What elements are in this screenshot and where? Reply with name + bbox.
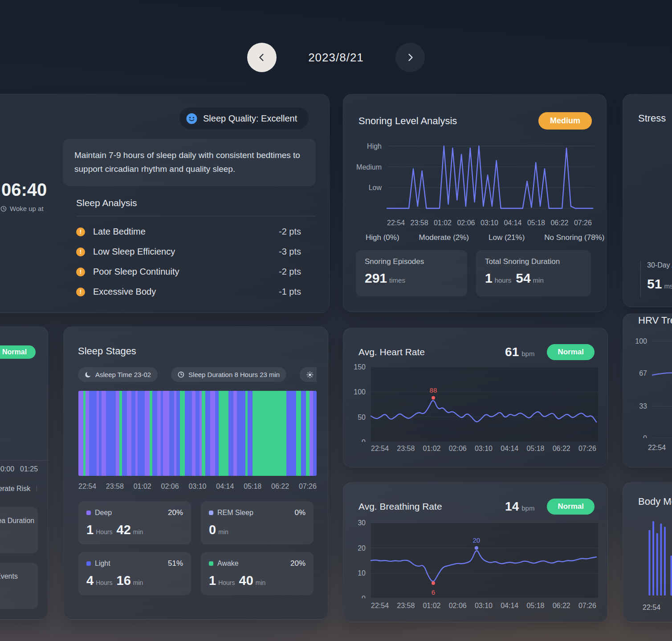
prev-date-button[interactable]	[247, 43, 277, 72]
stage-label: Light	[95, 560, 164, 568]
stage-min-unit: min	[256, 579, 266, 586]
tick-label: 06:22	[553, 602, 570, 610]
sleep-stages-bars	[78, 391, 317, 476]
stage-min-unit: min	[133, 528, 143, 536]
chevron-left-icon	[257, 53, 267, 62]
tick-label: 03:10	[188, 483, 206, 491]
stress-period-label: 30-Day Avg	[647, 261, 672, 269]
stat-value-hours: 1	[485, 271, 493, 286]
apnea-events-label: Events	[0, 572, 18, 580]
analysis-item-points: -1 pts	[279, 287, 301, 297]
moon-icon	[85, 371, 91, 378]
tick-label: 06:22	[271, 483, 289, 491]
breathing-rate-value: 14 bpm	[505, 499, 534, 514]
tick-label: 04:14	[216, 483, 234, 491]
tick-label: 01:02	[434, 219, 452, 227]
warning-icon: !	[76, 227, 85, 236]
tick-label: 01:02	[423, 602, 440, 610]
tick-label: Moderate (2%)	[419, 233, 469, 242]
stat-label: Snoring Episodes	[365, 257, 458, 266]
sleep-stage-segment-light	[169, 391, 174, 476]
sleep-stage-segment-deep	[145, 391, 150, 476]
sleep-duration-badge: Sleep Duration 8 Hours 23 min	[171, 367, 286, 382]
stage-label: REM Sleep	[217, 509, 290, 517]
sleep-quality-card: Sleep Quality: Excellent Maintain 7-9 ho…	[0, 94, 330, 313]
sleep-stages-title: Sleep Stages	[78, 345, 136, 357]
tick-label: 03:10	[481, 219, 498, 227]
tick-label: 06:22	[550, 219, 568, 227]
sleep-stage-segment-deep	[78, 391, 83, 476]
tick-label: 23:58	[410, 219, 428, 227]
risk-x-tick: 01:25	[20, 465, 38, 473]
warning-icon: !	[76, 268, 85, 276]
svg-text:6: 6	[432, 588, 435, 596]
apnea-events-stat	[0, 563, 38, 609]
date-display[interactable]: 2023/8/21	[289, 44, 383, 71]
sleep-stage-segment-light	[138, 391, 145, 476]
stress-title: Stress	[638, 113, 666, 124]
analysis-item-label: Late Bedtime	[93, 227, 279, 237]
sleep-stage-segment-awake	[296, 391, 301, 476]
svg-text:0: 0	[362, 595, 366, 598]
sleep-advice-text: Maintain 7-9 hours of sleep daily with c…	[63, 139, 316, 186]
svg-text:0: 0	[643, 434, 647, 438]
svg-text:10: 10	[358, 569, 366, 577]
risk-badge: Normal	[0, 345, 36, 359]
wake-up-badge: Woke up	[300, 367, 317, 382]
breathing-rate-x-axis: 22:5423:5801:0202:0603:1004:1405:1806:22…	[371, 602, 596, 610]
analysis-item-label: Excessive Body	[93, 287, 279, 297]
heart_rate-svg: 15010050088	[354, 363, 598, 442]
tick-label: 22:54	[371, 602, 389, 610]
asleep-time-badge: Asleep Time 23-02	[78, 367, 158, 382]
heart-rate-x-axis: 22:5423:5801:0202:0603:1004:1405:1806:22…	[371, 445, 596, 453]
breathing-rate-badge: Normal	[547, 499, 595, 515]
sleep-analysis-item: ! Late Bedtime -2 pts	[76, 222, 301, 242]
warning-icon: !	[76, 288, 85, 296]
body-movement-title: Body Movement	[638, 496, 672, 507]
deep-color-swatch	[86, 511, 91, 515]
stage-min-unit: min	[218, 528, 228, 536]
breathing-rate-number: 14	[505, 499, 519, 514]
tick-label: 01:02	[423, 445, 440, 453]
svg-text:Low: Low	[369, 184, 382, 191]
analysis-item-points: -2 pts	[279, 267, 301, 277]
svg-text:100: 100	[354, 388, 366, 396]
body-movement-chart	[628, 511, 672, 598]
snoring-level-badge: Medium	[538, 112, 592, 130]
wake-time: 06:40	[1, 180, 47, 200]
sleep-stages-card: Sleep Stages Asleep Time 23-02 Sleep Dur…	[63, 326, 328, 620]
svg-text:20: 20	[358, 544, 366, 552]
sleep-duration-label: Sleep Duration 8 Hours 23 min	[188, 371, 280, 378]
stat-divider	[640, 261, 641, 297]
stage-hours-unit: Hours	[218, 579, 235, 586]
stage-hours: 4	[86, 573, 94, 588]
risk-legend: Moderate Risk	[0, 485, 37, 493]
risk-chart-baseline	[0, 460, 49, 461]
tick-label: 05:18	[244, 483, 261, 491]
sleep-quality-badge: Sleep Quality: Excellent	[179, 107, 309, 130]
tick-label: 02:06	[457, 219, 475, 227]
tick-label: Low (21%)	[489, 233, 525, 242]
tick-label: 22:54	[387, 219, 405, 227]
sleep-stage-segment-awake	[219, 391, 228, 476]
stress-unit: ms	[664, 282, 672, 290]
stat-value-min: 54	[516, 271, 530, 286]
stage-percent: 20%	[168, 508, 183, 517]
sleep-stage-segment-deep	[157, 391, 161, 476]
stage-label: Awake	[217, 560, 286, 568]
tick-label: 22:54	[78, 483, 96, 491]
stat-value: 291	[365, 271, 387, 286]
awake-stat: Awake 20% 1 Hours 40 min	[201, 552, 314, 595]
next-date-button[interactable]	[395, 43, 425, 72]
heart-rate-value: 61 bpm	[505, 345, 534, 359]
hrv-chart: 10067330	[627, 333, 672, 438]
body-movement-card: Body Movement 22:54	[623, 482, 672, 622]
sleep-stage-segment-deep	[86, 391, 89, 476]
stage-min: 16	[117, 573, 131, 588]
asleep-time-label: Asleep Time 23-02	[95, 371, 151, 378]
stage-hours-unit: Hours	[96, 528, 112, 536]
hrv-x-tick: 22:54	[648, 444, 666, 452]
heart-rate-unit: bpm	[521, 350, 534, 357]
sleep-analysis-list: ! Late Bedtime -2 pts ! Low Sleep Effici…	[76, 222, 301, 302]
sleep-stage-segment-awake	[202, 391, 205, 476]
